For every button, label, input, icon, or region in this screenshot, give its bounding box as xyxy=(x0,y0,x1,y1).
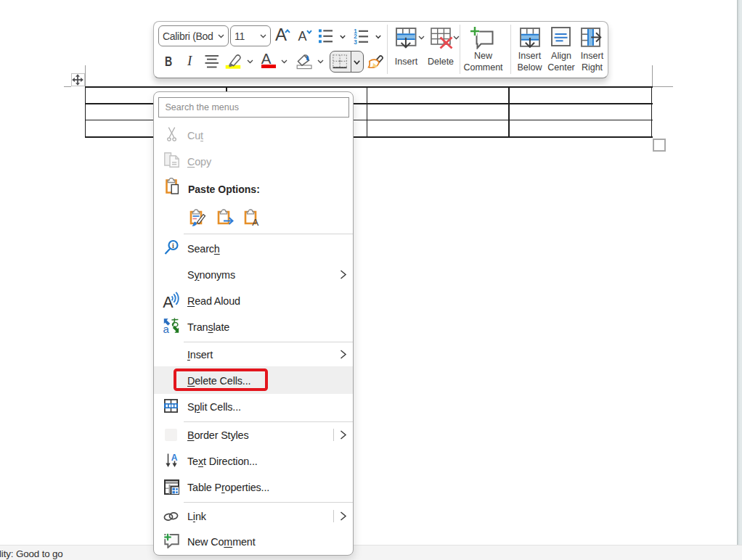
svg-text:A: A xyxy=(163,294,174,308)
svg-text:3: 3 xyxy=(354,38,357,44)
svg-text:A: A xyxy=(171,453,178,463)
svg-text:i: i xyxy=(172,242,174,250)
svg-text:A: A xyxy=(252,216,258,227)
svg-text:a: a xyxy=(163,323,170,334)
